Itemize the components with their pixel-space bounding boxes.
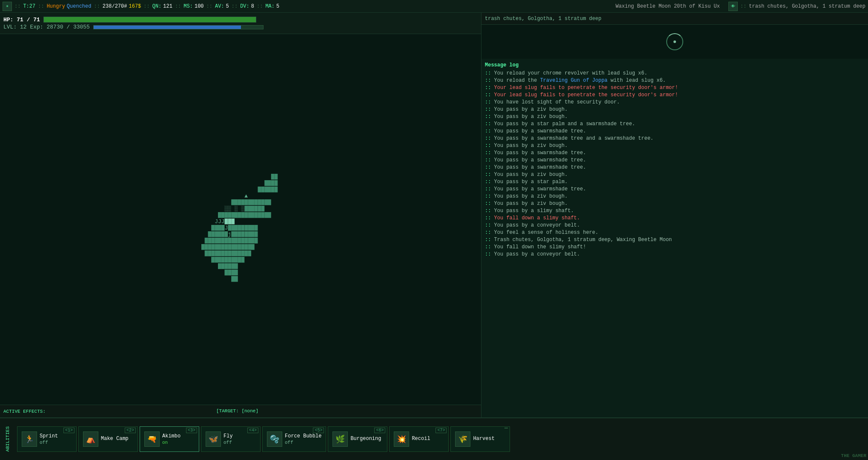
map-tiles: ██ ████ ██████ ▲ ████████████ ░░ ░ ░████…: [185, 167, 278, 289]
msg-4: :: Your lead slug fails to penetrate the…: [485, 92, 865, 99]
harvest-ability-button[interactable]: 🌾 Harvest: [450, 426, 510, 452]
msg-17: :: You pass by a swarmshade tree.: [485, 186, 865, 193]
game-map-area: ██ ████ ██████ ▲ ████████████ ░░ ░ ░████…: [0, 34, 481, 417]
msg-21: :: You fall down a slimy shaft.: [485, 215, 865, 222]
msg-6: :: You pass by a ziv bough.: [485, 106, 865, 113]
msg-15: :: You pass by a ziv bough.: [485, 171, 865, 178]
recoil-icon: 💥: [394, 431, 409, 447]
hp-bar-row: HP: 71 / 71: [3, 17, 478, 23]
exp-progress-bar: [93, 25, 264, 29]
harvest-icon: 🌾: [455, 431, 470, 447]
harvest-key: [504, 428, 508, 428]
ability-bar: ABILITIES 🏃 Sprint off <1> ⛺ Make Camp <…: [0, 417, 868, 460]
akimbo-icon: 🔫: [144, 431, 160, 447]
msg-26: :: You pass by a conveyor belt.: [485, 251, 865, 258]
effects-label: ACTIVE EFFECTS:: [3, 409, 46, 414]
message-log-header: Message log: [485, 62, 865, 68]
msg-12: :: You pass by a swarmshade tree.: [485, 150, 865, 157]
burgeoning-ability-button[interactable]: 🌿 Burgeoning <6>: [328, 426, 387, 452]
fly-key: <4>: [247, 428, 258, 433]
akimbo-key: <3>: [186, 428, 197, 433]
msg-7: :: You pass by a ziv bough.: [485, 113, 865, 121]
compass-dot: [673, 40, 676, 43]
msg-2: :: You reload the Traveling Gun of Joppa…: [485, 77, 865, 84]
msg-9: :: You pass by a swarmshade tree.: [485, 128, 865, 135]
msg-3: :: Your lead slug fails to penetrate the…: [485, 84, 865, 92]
target-bar: [TARGET: [none]: [213, 405, 481, 417]
top-status-bar: ☀ :: T:27 :: Hungry Quenched :: 238/270#…: [0, 0, 868, 13]
abilities-label: ABILITIES: [3, 425, 12, 453]
msg-19: :: You pass by a ziv bough.: [485, 200, 865, 207]
forcebubble-icon: 🫧: [267, 431, 282, 447]
hp-progress-bar: [43, 17, 256, 23]
fly-ability-button[interactable]: 🦋 Fly off <4>: [201, 426, 261, 452]
msg-22: :: You pass by a conveyor belt.: [485, 222, 865, 229]
msg-1: :: You reload your chrome revolver with …: [485, 70, 865, 77]
msg-18: :: You pass by a ziv bough.: [485, 193, 865, 200]
msg-10: :: You pass by a swarmshade tree and a s…: [485, 135, 865, 142]
akimbo-ability-button[interactable]: 🔫 Akimbo on <3>: [140, 426, 199, 452]
target-label: [TARGET: [none]: [216, 408, 258, 414]
makecamp-ability-button[interactable]: ⛺ Make Camp <2>: [78, 426, 138, 452]
forcebubble-key: <5>: [313, 428, 324, 433]
fly-icon: 🦋: [206, 431, 221, 447]
exp-fill: [94, 26, 241, 29]
lvl-bar-row: LVL: 12 Exp: 28730 / 33055: [3, 24, 478, 30]
msg-23: :: You feel a sense of holiness here.: [485, 229, 865, 236]
game-logo-icon: ☀: [3, 2, 12, 11]
compass-ring: [666, 33, 683, 50]
msg-13: :: You pass by a swarmshade tree.: [485, 157, 865, 164]
hp-level-area: HP: 71 / 71 LVL: 12 Exp: 28730 / 33055: [0, 13, 481, 34]
hp-fill: [44, 17, 256, 22]
makecamp-icon: ⛺: [83, 431, 98, 447]
location-bar: trash chutes, Golgotha, 1 stratum deep: [481, 13, 868, 25]
compass-area: [481, 25, 868, 59]
makecamp-key: <2>: [125, 428, 136, 433]
msg-16: :: You pass by a star palm.: [485, 178, 865, 186]
recoil-ability-button[interactable]: 💥 Recoil <7>: [389, 426, 449, 452]
msg-11: :: You pass by a ziv bough.: [485, 142, 865, 150]
msg-24: :: Trash chutes, Golgotha, 1 stratum dee…: [485, 236, 865, 244]
burgeoning-icon: 🌿: [332, 431, 348, 447]
sprint-key: <1>: [63, 428, 74, 433]
burgeoning-key: <6>: [374, 428, 385, 433]
msg-14: :: You pass by a swarmshade tree.: [485, 164, 865, 171]
location-text: trash chutes, Golgotha, 1 stratum deep: [485, 16, 602, 22]
right-panel: ☰ 🔒 🔔 ⬡ 🔍 ⏱ 👤 ⭐ ◉ ↕ ↔ trash chutes, Golg…: [481, 0, 868, 460]
recoil-key: <7>: [435, 428, 447, 433]
msg-20: :: You pass by a slimy shaft.: [485, 207, 865, 215]
msg-8: :: You pass by a star palm and a swarmsh…: [485, 121, 865, 128]
eye-icon: 👁: [728, 2, 738, 11]
message-log[interactable]: Message log :: You reload your chrome re…: [481, 59, 868, 447]
sprint-ability-button[interactable]: 🏃 Sprint off <1>: [17, 426, 77, 452]
sprint-icon: 🏃: [22, 431, 37, 447]
msg-5: :: You have lost sight of the security d…: [485, 99, 865, 106]
forcebubble-ability-button[interactable]: 🫧 Force Bubble off <5>: [262, 426, 326, 452]
watermark: THE GAMER: [841, 453, 866, 458]
msg-25: :: You fall down the slimy shaft!: [485, 244, 865, 251]
